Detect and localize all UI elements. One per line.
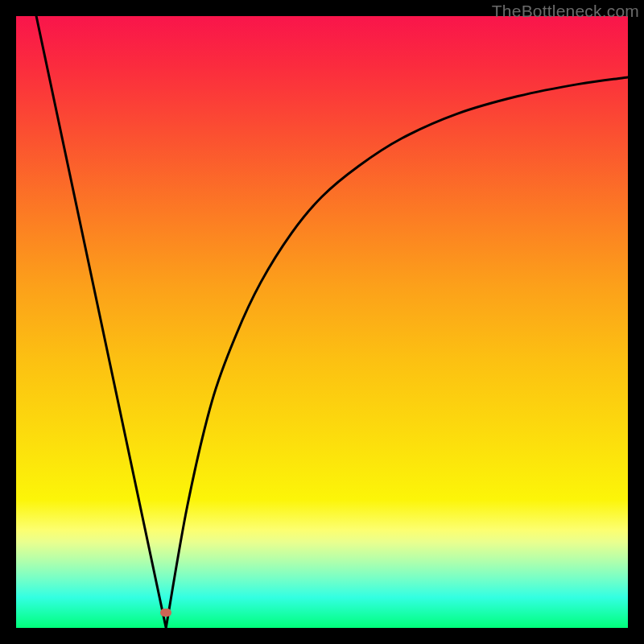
optimum-marker [160,609,171,617]
bottleneck-curve [16,16,628,628]
chart-frame [16,16,628,628]
watermark-text: TheBottleneck.com [492,2,639,21]
